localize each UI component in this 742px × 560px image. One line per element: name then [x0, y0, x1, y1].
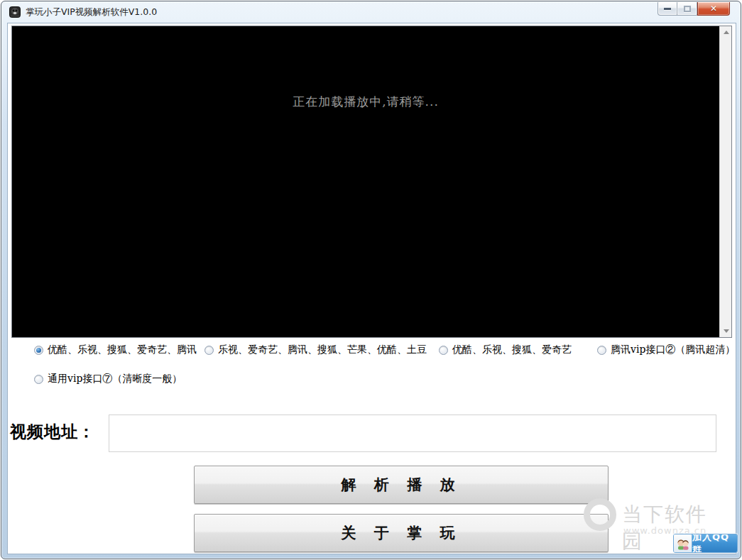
about-button[interactable]: 关 于 掌 玩: [194, 514, 609, 552]
maximize-button[interactable]: [677, 2, 697, 16]
player-scrollbar[interactable]: [719, 26, 731, 337]
video-url-input[interactable]: [109, 414, 716, 452]
app-window: 掌玩小子VIP视频解析软件V1.0.0 ✕ 正在加载播放中,请稍等...: [1, 1, 741, 559]
parse-play-button[interactable]: 解 析 播 放: [194, 466, 609, 504]
close-button[interactable]: ✕: [697, 2, 730, 16]
maximize-icon: [684, 6, 691, 12]
radio-icon: [439, 346, 448, 355]
app-icon: [9, 6, 21, 18]
radio-source-4[interactable]: 腾讯vip接口②（腾讯超清）: [597, 344, 735, 356]
content-area: 正在加载播放中,请稍等... 优酷、乐视、搜狐、爱奇艺、腾讯 乐视、爱奇艺、腾讯…: [7, 23, 736, 554]
radio-label: 通用vip接口⑦（清晰度一般）: [48, 373, 182, 385]
scrollbar-down-icon[interactable]: [720, 325, 732, 337]
scrollbar-up-icon[interactable]: [720, 26, 732, 38]
qq-avatar-icon: [674, 534, 692, 552]
radio-source-2[interactable]: 乐视、爱奇艺、腾讯、搜狐、芒果、优酷、土豆: [204, 344, 427, 356]
radio-source-5[interactable]: 通用vip接口⑦（清晰度一般）: [34, 373, 182, 385]
video-url-label: 视频地址：: [10, 421, 95, 443]
window-title: 掌玩小子VIP视频解析软件V1.0.0: [26, 1, 157, 22]
radio-source-3[interactable]: 优酷、乐视、搜狐、爱奇艺: [439, 344, 572, 356]
radio-icon: [204, 346, 214, 355]
minimize-icon: [664, 8, 671, 10]
window-controls: ✕: [658, 2, 730, 16]
radio-source-1[interactable]: 优酷、乐视、搜狐、爱奇艺、腾讯: [34, 344, 197, 356]
radio-label: 优酷、乐视、搜狐、爱奇艺: [452, 344, 572, 356]
close-icon: ✕: [710, 4, 717, 13]
player-loading-text: 正在加载播放中,请稍等...: [12, 94, 719, 110]
radio-icon: [34, 346, 43, 355]
radio-icon: [597, 346, 606, 355]
video-player-area: 正在加载播放中,请稍等...: [11, 26, 732, 338]
radio-label: 优酷、乐视、搜狐、爱奇艺、腾讯: [48, 344, 197, 356]
join-qq-group-button[interactable]: 加入QQ群: [673, 534, 738, 553]
minimize-button[interactable]: [658, 2, 677, 16]
radio-icon: [34, 375, 43, 384]
qq-button-label: 加入QQ群: [692, 534, 737, 552]
radio-label: 腾讯vip接口②（腾讯超清）: [611, 344, 735, 356]
radio-label: 乐视、爱奇艺、腾讯、搜狐、芒果、优酷、土豆: [218, 344, 427, 356]
title-bar: 掌玩小子VIP视频解析软件V1.0.0 ✕: [1, 1, 741, 23]
